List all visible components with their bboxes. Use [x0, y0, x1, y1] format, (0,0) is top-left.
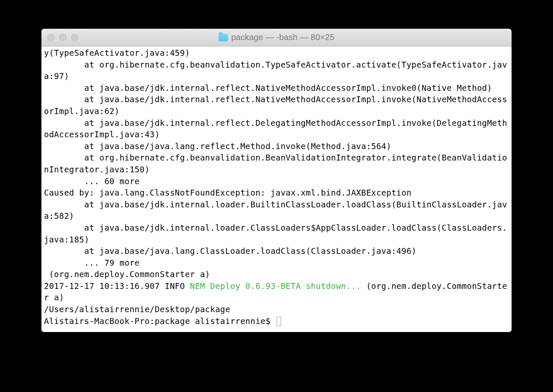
output-line: at java.base/java.lang.ClassLoader.loadC…	[44, 246, 416, 256]
log-timestamp: 2017-12-17 10:13:16.907 INFO	[44, 281, 190, 291]
output-line: at java.base/java.lang.reflect.Method.in…	[44, 142, 391, 151]
log-message: NEM Deploy 0.6.93-BETA shutdown...	[190, 281, 361, 291]
path-line: /Users/alistairrennie/Desktop/package	[44, 305, 230, 314]
output-line: at java.base/jdk.internal.reflect.Delega…	[44, 118, 507, 140]
output-line: y(TypeSafeActivator.java:459)	[44, 48, 190, 58]
terminal-window: package — -bash — 80×25 y(TypeSafeActiva…	[41, 29, 512, 332]
output-line: ... 79 more	[44, 258, 140, 268]
traffic-lights	[47, 34, 78, 41]
output-line: at java.base/jdk.internal.loader.ClassLo…	[44, 223, 507, 245]
output-line: (org.nem.deploy.CommonStarter a)	[44, 270, 210, 279]
maximize-button[interactable]	[71, 34, 78, 41]
minimize-button[interactable]	[59, 34, 66, 41]
close-button[interactable]	[47, 34, 55, 41]
output-line: Caused by: java.lang.ClassNotFoundExcept…	[44, 188, 411, 198]
titlebar[interactable]: package — -bash — 80×25	[41, 29, 512, 46]
output-line: at java.base/jdk.internal.loader.Builtin…	[44, 200, 507, 221]
window-title-container: package — -bash — 80×25	[219, 33, 334, 42]
shell-prompt: Alistairs-MacBook-Pro:package alistairre…	[44, 316, 276, 326]
terminal-output[interactable]: y(TypeSafeActivator.java:459) at org.hib…	[41, 46, 512, 332]
output-line: at org.hibernate.cfg.beanvalidation.Type…	[44, 60, 507, 82]
output-line: ... 60 more	[44, 177, 140, 186]
output-line: at java.base/jdk.internal.reflect.Native…	[44, 95, 507, 116]
folder-icon	[219, 34, 228, 41]
cursor	[276, 317, 281, 326]
window-title: package — -bash — 80×25	[231, 33, 334, 42]
output-line: at org.hibernate.cfg.beanvalidation.Bean…	[44, 153, 507, 174]
output-line: at java.base/jdk.internal.reflect.Native…	[44, 83, 492, 93]
